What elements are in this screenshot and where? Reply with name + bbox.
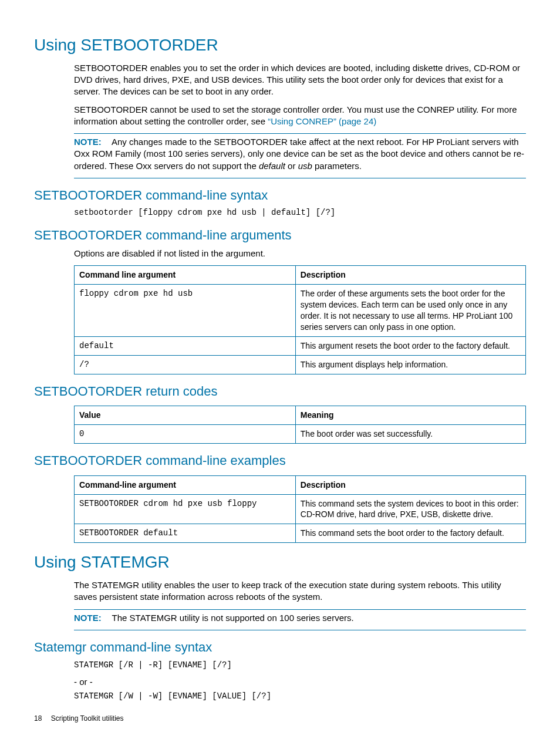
note-rule-top	[74, 133, 526, 134]
link-using-conrep[interactable]: “Using CONREP” (page 24)	[268, 116, 376, 126]
heading-setbootorder-returns: SETBOOTORDER return codes	[34, 383, 526, 400]
heading-using-setbootorder: Using SETBOOTORDER	[34, 34, 526, 56]
cell-value: 0	[75, 425, 296, 444]
table-setbootorder-returns: Value Meaning 0 The boot order was set s…	[74, 406, 526, 444]
table-row: default This argument resets the boot or…	[75, 336, 526, 355]
table-header-row: Command line argument Description	[75, 266, 526, 285]
cell-arg: SETBOOTORDER default	[75, 524, 296, 543]
table-row: floppy cdrom pxe hd usb The order of the…	[75, 285, 526, 337]
note-rule-bottom	[74, 630, 526, 630]
note-label: NOTE:	[74, 137, 102, 147]
note-text: Any changes made to the SETBOOTORDER tak…	[74, 137, 524, 171]
cell-desc: This argument resets the boot order to t…	[295, 336, 525, 355]
col-header-value: Value	[75, 406, 296, 425]
code-statemgr-line1: STATEMGR [/R | -R] [EVNAME] [/?]	[74, 660, 526, 671]
col-header-description: Description	[295, 266, 525, 285]
table-row: /? This argument displays help informati…	[75, 355, 526, 374]
statemgr-intro: The STATEMGR utility enables the user to…	[74, 579, 526, 603]
heading-statemgr-syntax: Statemgr command-line syntax	[34, 639, 526, 656]
args-intro: Options are disabled if not listed in th…	[74, 248, 526, 259]
cell-arg: floppy cdrom pxe hd usb	[75, 285, 296, 337]
col-header-argument: Command line argument	[75, 266, 296, 285]
text-span: parameters.	[312, 161, 362, 171]
cell-meaning: The boot order was set successfully.	[295, 425, 525, 444]
code-setbootorder-syntax: setbootorder [floppy cdrom pxe hd usb | …	[74, 207, 526, 218]
heading-using-statemgr: Using STATEMGR	[34, 551, 526, 573]
cell-arg: default	[75, 336, 296, 355]
table-header-row: Value Meaning	[75, 406, 526, 425]
table-row: 0 The boot order was set successfully.	[75, 425, 526, 444]
cell-desc: This command sets the system devices to …	[295, 494, 525, 524]
emphasis-usb: usb	[298, 161, 312, 171]
col-header-argument: Command-line argument	[75, 475, 296, 494]
table-setbootorder-examples: Command-line argument Description SETBOO…	[74, 475, 526, 544]
note-statemgr: NOTE: The STATEMGR utility is not suppor…	[74, 612, 526, 624]
cell-arg: /?	[75, 355, 296, 374]
table-setbootorder-args: Command line argument Description floppy…	[74, 265, 526, 374]
code-separator: - or -	[74, 676, 526, 688]
heading-setbootorder-args: SETBOOTORDER command-line arguments	[34, 227, 526, 244]
heading-setbootorder-syntax: SETBOOTORDER command-line syntax	[34, 187, 526, 204]
cell-desc: This argument displays help information.	[295, 355, 525, 374]
note-text: The STATEMGR utility is not supported on…	[112, 613, 354, 623]
footer-page-number: 18	[34, 714, 42, 723]
page-footer: 18 Scripting Toolkit utilities	[34, 714, 526, 723]
note-setbootorder: NOTE: Any changes made to the SETBOOTORD…	[74, 136, 526, 172]
text-span: or	[285, 161, 298, 171]
footer-title: Scripting Toolkit utilities	[51, 714, 124, 723]
note-label: NOTE:	[74, 613, 102, 623]
col-header-meaning: Meaning	[295, 406, 525, 425]
setbootorder-intro-1: SETBOOTORDER enables you to set the orde…	[74, 62, 526, 98]
heading-setbootorder-examples: SETBOOTORDER command-line examples	[34, 452, 526, 470]
code-statemgr-line2: STATEMGR [/W | -W] [EVNAME] [VALUE] [/?]	[74, 691, 526, 702]
table-row: SETBOOTORDER default This command sets t…	[75, 524, 526, 543]
col-header-description: Description	[295, 475, 525, 494]
note-rule-top	[74, 609, 526, 610]
emphasis-default: default	[259, 161, 285, 171]
table-row: SETBOOTORDER cdrom hd pxe usb floppy Thi…	[75, 494, 526, 524]
cell-desc: This command sets the boot order to the …	[295, 524, 525, 543]
setbootorder-intro-2: SETBOOTORDER cannot be used to set the s…	[74, 104, 526, 128]
cell-desc: The order of these arguments sets the bo…	[295, 285, 525, 337]
table-header-row: Command-line argument Description	[75, 475, 526, 494]
note-rule-bottom	[74, 178, 526, 178]
cell-arg: SETBOOTORDER cdrom hd pxe usb floppy	[75, 494, 296, 524]
